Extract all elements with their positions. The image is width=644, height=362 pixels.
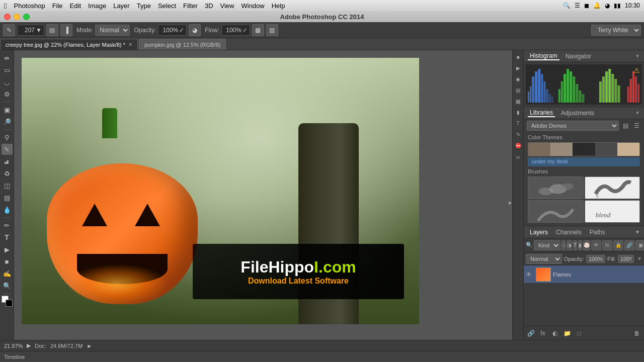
brush-settings-icon[interactable]: ▐ bbox=[60, 24, 72, 36]
histogram-collapse-btn[interactable]: ▼ bbox=[635, 53, 640, 59]
close-button[interactable] bbox=[4, 14, 11, 20]
filter-smart-icon[interactable]: ⚾ bbox=[583, 240, 590, 250]
new-group-btn[interactable]: 📁 bbox=[562, 328, 572, 338]
strip-btn-6[interactable]: ▮ bbox=[514, 108, 523, 117]
add-mask-btn[interactable]: ◐ bbox=[550, 328, 560, 338]
tab-channels[interactable]: Channels bbox=[554, 229, 584, 236]
pressure-icon[interactable]: ▨ bbox=[266, 24, 278, 36]
tab-libraries[interactable]: Libraries bbox=[528, 109, 555, 117]
tab-paths[interactable]: Paths bbox=[588, 229, 607, 236]
lasso-tool[interactable]: ◡ bbox=[2, 76, 13, 87]
clone-stamp-tool[interactable]: ⛸ bbox=[2, 156, 13, 167]
notification-icon[interactable]: 🔔 bbox=[593, 2, 601, 9]
libraries-collapse-btn[interactable]: ▼ bbox=[635, 110, 640, 116]
inactive-doc-tab[interactable]: pumpkin.jpg @ 12.5% (RGB/8) bbox=[139, 39, 226, 50]
menu-layer[interactable]: Layer bbox=[113, 2, 130, 10]
search-icon[interactable]: 🔍 bbox=[563, 2, 571, 9]
brush-tool-icon[interactable]: ✎ bbox=[3, 24, 15, 36]
brush-swatch-3[interactable] bbox=[528, 200, 584, 223]
maximize-button[interactable] bbox=[23, 14, 30, 20]
list-view-icon[interactable]: ☰ bbox=[632, 121, 641, 130]
gradient-tool[interactable]: ▤ bbox=[2, 192, 13, 203]
eyedropper-tool[interactable]: 🔎 bbox=[2, 116, 13, 127]
color-icon[interactable]: ▣ bbox=[635, 240, 644, 250]
type-tool[interactable]: T bbox=[2, 232, 13, 243]
library-selector[interactable]: Adobe Demos bbox=[527, 121, 619, 131]
theme-name[interactable]: under my desk bbox=[528, 157, 640, 166]
foreground-background-swatch[interactable] bbox=[2, 296, 13, 307]
brush-size-input[interactable]: 207 bbox=[20, 27, 35, 34]
doc-size-arrow[interactable]: ► bbox=[87, 343, 92, 349]
fill-input[interactable] bbox=[618, 255, 634, 263]
new-layer-btn[interactable]: □ bbox=[574, 328, 584, 338]
background-color[interactable] bbox=[6, 300, 13, 307]
fx-icon[interactable]: fx bbox=[602, 240, 612, 250]
quick-select-tool[interactable]: ⚙ bbox=[2, 88, 13, 100]
tab-navigator[interactable]: Navigator bbox=[564, 53, 593, 60]
strip-btn-3[interactable]: ◉ bbox=[514, 74, 523, 83]
filter-pixel-icon[interactable]: □ bbox=[561, 240, 566, 250]
move-tool[interactable]: ⇎ bbox=[2, 52, 13, 63]
blur-tool[interactable]: 💧 bbox=[2, 204, 13, 215]
delete-layer-btn[interactable]: 🗑 bbox=[632, 328, 642, 338]
layer-visibility-toggle[interactable]: 👁 bbox=[526, 271, 534, 278]
active-tab-close[interactable]: ✕ bbox=[128, 42, 132, 47]
rectangular-marquee-tool[interactable]: ▭ bbox=[2, 64, 13, 75]
link-layers-btn[interactable]: 🔗 bbox=[526, 328, 536, 338]
menu-image[interactable]: Image bbox=[88, 2, 106, 10]
strip-btn-10[interactable]: ⚍ bbox=[514, 152, 523, 161]
opacity-input[interactable] bbox=[160, 27, 178, 34]
kind-filter-select[interactable]: Kind bbox=[534, 240, 560, 250]
flow-input[interactable] bbox=[224, 27, 242, 34]
zoom-tool[interactable]: 🔍 bbox=[2, 280, 13, 291]
airbrush-toggle[interactable]: ◕ bbox=[189, 24, 201, 36]
brush-swatch-2[interactable]: \) bbox=[585, 176, 640, 199]
add-style-btn[interactable]: fx bbox=[538, 328, 548, 338]
panel-collapse-handle[interactable]: ▶ bbox=[508, 195, 512, 210]
menu-view[interactable]: View bbox=[220, 2, 234, 10]
opacity-field[interactable]: ✓ bbox=[158, 25, 187, 36]
grid-view-icon[interactable]: ▤ bbox=[621, 121, 630, 130]
path-select-tool[interactable]: ▶ bbox=[2, 244, 13, 255]
strip-btn-9[interactable]: ⛔ bbox=[514, 141, 523, 150]
tab-layers[interactable]: Layers bbox=[528, 229, 550, 236]
filter-adjust-icon[interactable]: ◑ bbox=[567, 240, 572, 250]
menu-edit[interactable]: Edit bbox=[70, 2, 81, 10]
menu-file[interactable]: File bbox=[52, 2, 63, 10]
brush-swatch-4[interactable]: blend bbox=[585, 200, 640, 223]
brush-swatch-1[interactable] bbox=[528, 176, 584, 199]
tab-histogram[interactable]: Histogram bbox=[528, 52, 559, 60]
history-brush-tool[interactable]: ♻ bbox=[2, 168, 13, 179]
layer-mode-select[interactable]: Normal bbox=[526, 254, 562, 264]
show-hide-layers-icon[interactable]: 👁 bbox=[591, 240, 601, 250]
control-strip-icon[interactable]: ☰ bbox=[575, 2, 580, 9]
opacity-input[interactable] bbox=[586, 255, 605, 263]
strip-btn-4[interactable]: ▤ bbox=[514, 85, 523, 95]
active-doc-tab[interactable]: creepy tree.jpg @ 22% (Flames, Layer Mas… bbox=[0, 39, 138, 50]
strip-btn-5[interactable]: ▩ bbox=[514, 97, 523, 106]
menu-filter[interactable]: Filter bbox=[183, 2, 198, 10]
link-icon[interactable]: 🔗 bbox=[624, 240, 634, 250]
hand-tool[interactable]: ✍ bbox=[2, 268, 13, 279]
menu-select[interactable]: Select bbox=[158, 2, 176, 10]
pen-tool[interactable]: ✏ bbox=[2, 220, 13, 231]
minimize-button[interactable] bbox=[14, 14, 20, 20]
strip-btn-8[interactable]: ✎ bbox=[514, 130, 523, 139]
fill-options-arrow[interactable]: ▼ bbox=[637, 256, 642, 261]
lock-icon[interactable]: 🔒 bbox=[613, 240, 623, 250]
apple-menu[interactable]:  bbox=[4, 2, 7, 10]
menu-type[interactable]: Type bbox=[137, 2, 151, 10]
brush-size-field[interactable]: 207 ▼ bbox=[17, 25, 44, 36]
mode-select[interactable]: Normal bbox=[95, 25, 130, 36]
brush-tool[interactable]: ✎ bbox=[2, 144, 13, 155]
strip-btn-7[interactable]: T bbox=[514, 119, 523, 128]
filter-type-icon[interactable]: T bbox=[573, 240, 577, 250]
zoom-expand-icon[interactable]: ▶ bbox=[27, 342, 31, 349]
menu-window[interactable]: Window bbox=[241, 2, 264, 10]
strip-btn-2[interactable]: ▶ bbox=[514, 63, 523, 72]
flow-field[interactable]: ✓ bbox=[221, 25, 250, 36]
layer-row[interactable]: 👁 Flames bbox=[524, 265, 644, 284]
menu-photoshop[interactable]: Photoshop bbox=[14, 2, 45, 10]
healing-brush-tool[interactable]: ⚲ bbox=[2, 132, 13, 143]
user-selector[interactable]: Terry White bbox=[591, 25, 641, 36]
